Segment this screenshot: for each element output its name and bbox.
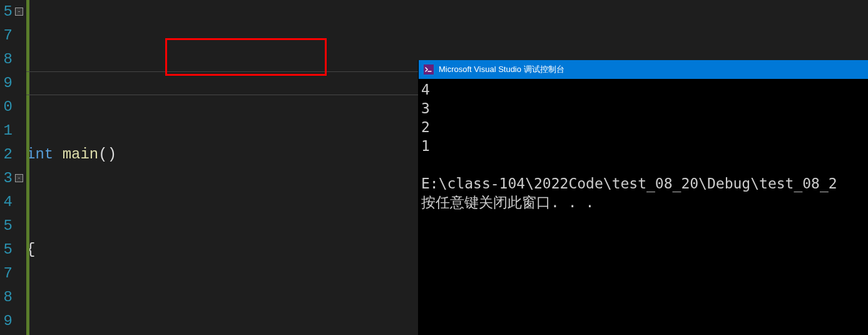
line-number: 1 [0,119,13,143]
line-number-gutter: 5 7 8 9 0 1 2 3 4 5 5 7 8 9 [0,0,14,335]
console-line: 4 [421,81,430,98]
line-number: 0 [0,95,13,119]
line-number: 8 [0,286,13,309]
debug-console-window[interactable]: Microsoft Visual Studio 调试控制台 4 3 2 1 E:… [418,60,868,335]
console-line: 2 [421,119,430,135]
vs-icon [424,64,434,75]
paren-close: ) [108,146,116,163]
change-marker [26,0,29,335]
fold-toggle-icon[interactable]: - [15,8,23,16]
fold-column: - - [14,0,26,335]
line-number: 4 [0,190,13,214]
function-main: main [63,146,99,163]
paren-open: ( [98,146,107,163]
line-number: 5 [0,238,13,262]
keyword-int: int [26,146,53,163]
line-number: 5 [0,0,13,24]
console-line: 3 [421,100,430,116]
console-line: 按任意键关闭此窗口. . . [421,194,594,210]
svg-rect-0 [424,64,434,75]
fold-toggle-icon[interactable]: - [15,174,23,182]
annotation-box [165,38,327,76]
console-line: E:\class-104\2022Code\test_08_20\Debug\t… [421,175,837,192]
console-line: 1 [421,138,430,154]
console-output[interactable]: 4 3 2 1 E:\class-104\2022Code\test_08_20… [419,79,868,213]
line-number: 7 [0,262,13,286]
line-number: 9 [0,71,13,95]
line-number: 5 [0,214,13,238]
line-number: 9 [0,309,13,333]
line-number: 8 [0,48,13,71]
console-titlebar[interactable]: Microsoft Visual Studio 调试控制台 [419,60,868,79]
line-number: 2 [0,143,13,167]
line-number: 3 [0,167,13,190]
console-title: Microsoft Visual Studio 调试控制台 [439,64,564,75]
line-number: 7 [0,24,13,48]
